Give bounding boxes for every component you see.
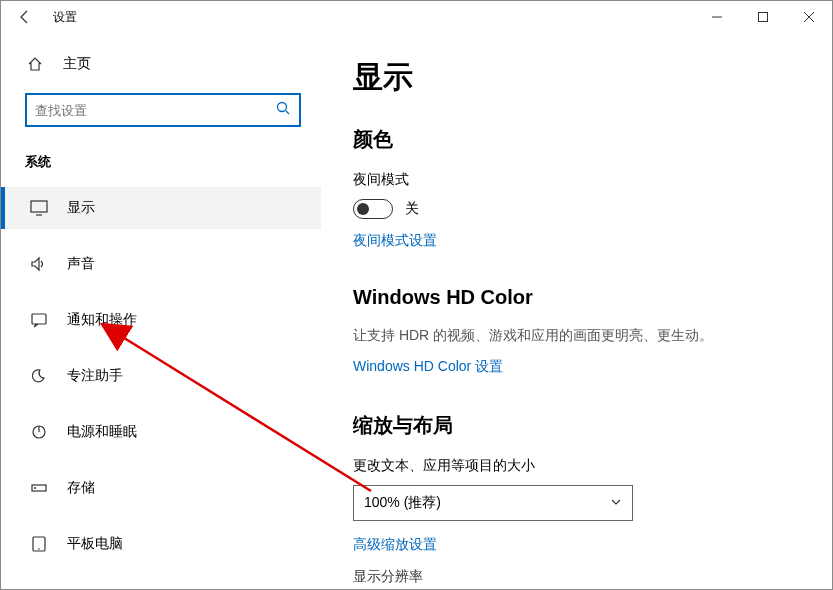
sidebar: 主页 系统 显示 声音 通知 (1, 33, 321, 590)
change-text-size-label: 更改文本、应用等项目的大小 (353, 457, 800, 475)
back-button[interactable] (9, 1, 41, 33)
hdcolor-desc: 让支持 HDR 的视频、游戏和应用的画面更明亮、更生动。 (353, 327, 800, 345)
sidebar-item-label: 电源和睡眠 (67, 423, 137, 441)
sidebar-item-label: 通知和操作 (67, 311, 137, 329)
search-input[interactable] (35, 103, 275, 118)
home-icon (25, 56, 45, 72)
sidebar-item-multitask[interactable]: 多任务处理 (1, 579, 321, 590)
search-icon (275, 100, 291, 120)
category-header: 系统 (1, 145, 321, 187)
speaker-icon (29, 256, 49, 272)
sidebar-item-sound[interactable]: 声音 (1, 243, 321, 285)
home-nav[interactable]: 主页 (1, 45, 321, 83)
sidebar-item-tablet[interactable]: 平板电脑 (1, 523, 321, 565)
monitor-icon (29, 200, 49, 216)
night-mode-label: 夜间模式 (353, 171, 800, 189)
sidebar-item-focus-assist[interactable]: 专注助手 (1, 355, 321, 397)
svg-point-10 (34, 487, 36, 489)
svg-rect-4 (31, 201, 47, 212)
sidebar-item-power[interactable]: 电源和睡眠 (1, 411, 321, 453)
advanced-scaling-link[interactable]: 高级缩放设置 (353, 536, 437, 554)
close-button[interactable] (786, 1, 832, 33)
page-title: 显示 (353, 57, 800, 98)
sidebar-item-label: 存储 (67, 479, 95, 497)
sidebar-item-display[interactable]: 显示 (1, 187, 321, 229)
svg-point-12 (38, 548, 40, 550)
night-mode-toggle[interactable] (353, 199, 393, 219)
dropdown-value: 100% (推荐) (364, 494, 441, 512)
resolution-label-cutoff: 显示分辨率 (353, 568, 800, 586)
notification-icon (29, 312, 49, 328)
section-scale-heading: 缩放与布局 (353, 412, 800, 439)
section-color-heading: 颜色 (353, 126, 800, 153)
power-icon (29, 424, 49, 440)
hdcolor-settings-link[interactable]: Windows HD Color 设置 (353, 358, 503, 376)
night-mode-settings-link[interactable]: 夜间模式设置 (353, 232, 437, 250)
maximize-button[interactable] (740, 1, 786, 33)
svg-line-3 (286, 111, 289, 114)
section-hdcolor-heading: Windows HD Color (353, 286, 800, 309)
chevron-down-icon (610, 495, 622, 511)
content-pane: 显示 颜色 夜间模式 关 夜间模式设置 Windows HD Color 让支持… (321, 33, 832, 590)
scale-dropdown[interactable]: 100% (推荐) (353, 485, 633, 521)
sidebar-item-label: 专注助手 (67, 367, 123, 385)
svg-rect-1 (759, 13, 768, 22)
moon-icon (29, 368, 49, 384)
sidebar-item-notifications[interactable]: 通知和操作 (1, 299, 321, 341)
storage-icon (29, 480, 49, 496)
sidebar-item-label: 声音 (67, 255, 95, 273)
sidebar-item-storage[interactable]: 存储 (1, 467, 321, 509)
svg-rect-6 (32, 314, 46, 324)
svg-point-2 (278, 103, 287, 112)
search-input-container[interactable] (25, 93, 301, 127)
sidebar-item-label: 显示 (67, 199, 95, 217)
home-label: 主页 (63, 55, 91, 73)
toggle-state-label: 关 (405, 200, 419, 218)
minimize-button[interactable] (694, 1, 740, 33)
sidebar-item-label: 平板电脑 (67, 535, 123, 553)
tablet-icon (29, 536, 49, 552)
window-title: 设置 (53, 9, 77, 26)
